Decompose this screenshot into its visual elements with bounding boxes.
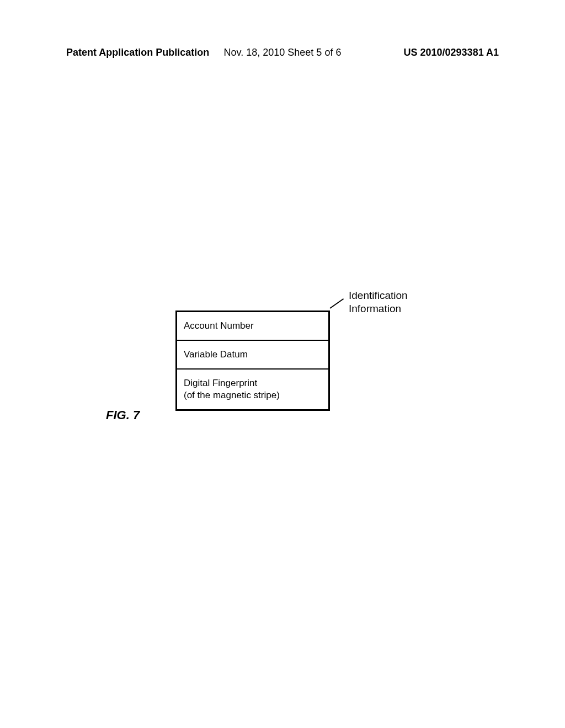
row-account-number: Account Number — [177, 312, 328, 341]
header-publication-type: Patent Application Publication — [66, 47, 209, 58]
callout-leader-line — [329, 298, 344, 309]
header-date-sheet: Nov. 18, 2010 Sheet 5 of 6 — [224, 47, 342, 58]
page-header: Patent Application Publication Nov. 18, … — [0, 47, 565, 58]
callout-label: IdentificationInformation — [349, 289, 408, 315]
row-digital-fingerprint: Digital Fingerprint(of the magnetic stri… — [177, 370, 328, 409]
header-publication-number: US 2010/0293381 A1 — [404, 47, 499, 58]
identification-info-box: Account Number Variable Datum Digital Fi… — [175, 311, 330, 411]
row-variable-datum: Variable Datum — [177, 341, 328, 370]
figure-number-label: FIG. 7 — [106, 408, 140, 422]
